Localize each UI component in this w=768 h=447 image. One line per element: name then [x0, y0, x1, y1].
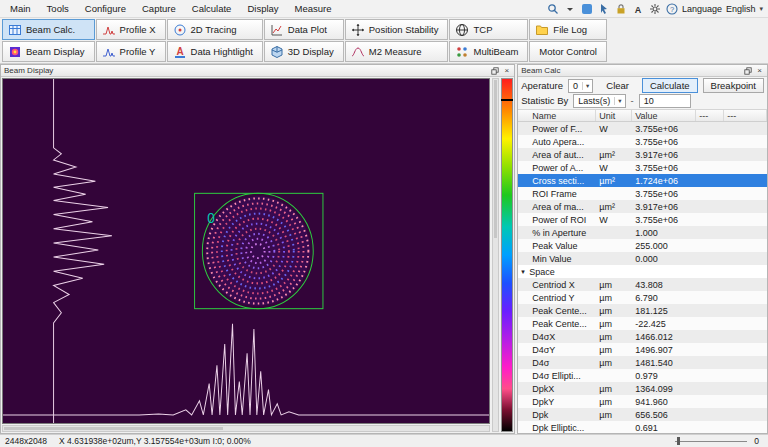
menu-capture[interactable]: Capture — [134, 1, 184, 16]
toolbar-button-tcp[interactable]: TCP — [449, 19, 528, 40]
collapse-arrow-icon[interactable]: ▾ — [518, 268, 529, 276]
menu-configure[interactable]: Configure — [77, 1, 134, 16]
toolbar-button-profile-y[interactable]: Profile Y — [96, 41, 166, 62]
table-row[interactable]: Cross secti...µm²1.724e+06 — [518, 174, 767, 187]
close-icon[interactable]: × — [502, 66, 511, 75]
cell-name: Peak Cente... — [518, 306, 596, 316]
swatch-icon[interactable] — [580, 2, 594, 16]
table-row[interactable]: Power of ROIW3.755e+06 — [518, 213, 767, 226]
table-row[interactable]: DpkYµm941.960 — [518, 395, 767, 408]
toolbar-button-motor-control[interactable]: Motor Control — [529, 41, 607, 62]
menu-tools[interactable]: Tools — [39, 1, 77, 16]
table-row[interactable]: Min Value0.000 — [518, 252, 767, 265]
close-icon[interactable]: × — [755, 66, 764, 75]
toolbar-button-2d-tracing[interactable]: 2D Tracing — [167, 19, 263, 40]
pointer-icon[interactable] — [597, 2, 611, 16]
table-row[interactable]: ROI Frame3.755e+06 — [518, 187, 767, 200]
table-row[interactable]: Area of ma...µm²3.917e+06 — [518, 200, 767, 213]
table-row[interactable]: Dpk Elliptic...0.691 — [518, 421, 767, 433]
toolbar-button-label: Profile Y — [120, 46, 156, 57]
table-row[interactable]: Power of A...W3.755e+06 — [518, 161, 767, 174]
breakpoint-button[interactable]: Breakpoint — [703, 78, 764, 93]
font-icon[interactable]: A — [631, 2, 645, 16]
table-row[interactable]: D4σµm1481.540 — [518, 356, 767, 369]
statistic-value-input[interactable]: 10 — [639, 94, 691, 108]
table-row[interactable]: D4σ Ellipti...0.979 — [518, 369, 767, 382]
cell-unit: µm — [596, 332, 632, 342]
column-header-value[interactable]: Value — [632, 110, 696, 121]
cell-name: Centriod X — [518, 280, 596, 290]
table-row[interactable]: Dpkµm656.506 — [518, 408, 767, 421]
table-row[interactable]: Peak Cente...µm-22.425 — [518, 317, 767, 330]
table-row[interactable]: % in Aperture1.000 — [518, 226, 767, 239]
toolbar-button-data-hightlight[interactable]: AData Hightlight — [167, 41, 263, 62]
table-row[interactable]: D4σYµm1496.907 — [518, 343, 767, 356]
column-header-extra1[interactable]: --- — [696, 110, 724, 121]
calculate-button[interactable]: Calculate — [642, 78, 698, 93]
beam-display-body: 0 — [1, 77, 514, 433]
column-header-name[interactable]: Name — [518, 110, 596, 121]
cell-name: Peak Value — [518, 241, 596, 251]
toolbar-button-file-log[interactable]: File Log — [529, 19, 607, 40]
column-header-extra2[interactable]: --- — [724, 110, 767, 121]
toolbar-button-beam-calc[interactable]: Beam Calc. — [2, 19, 95, 40]
table-row[interactable]: Auto Apera...3.755e+06 — [518, 135, 767, 148]
beam-calc-panel-header[interactable]: Beam Calc × — [518, 65, 767, 77]
dropdown-arrow-icon[interactable] — [563, 2, 577, 16]
hscroll-thumb[interactable] — [4, 427, 223, 430]
cell-value: 3.917e+06 — [632, 150, 696, 160]
aperture-combobox[interactable]: 0 ▾ — [568, 79, 593, 93]
table-row[interactable]: DpkXµm1364.099 — [518, 382, 767, 395]
column-header-unit[interactable]: Unit — [596, 110, 632, 121]
search-icon[interactable] — [546, 2, 560, 16]
table-row[interactable]: D4σXµm1466.012 — [518, 330, 767, 343]
beam-calc-panel-title: Beam Calc — [521, 66, 560, 75]
float-window-icon[interactable] — [743, 66, 752, 75]
toolbar-button-beam-display[interactable]: Beam Display — [2, 41, 95, 62]
table-row[interactable]: Peak Value255.000 — [518, 239, 767, 252]
cell-value: 656.506 — [632, 410, 696, 420]
status-slider[interactable] — [675, 437, 747, 445]
cell-unit: µm — [596, 345, 632, 355]
beam-image-canvas[interactable]: 0 — [2, 78, 490, 424]
file-log-icon — [535, 23, 549, 37]
cell-unit: W — [596, 163, 632, 173]
float-window-icon[interactable] — [490, 66, 499, 75]
table-row[interactable]: Area of aut...µm²3.917e+06 — [518, 148, 767, 161]
menu-measure[interactable]: Measure — [287, 1, 340, 16]
gear-icon[interactable] — [648, 2, 662, 16]
beam-horizontal-scrollbar[interactable] — [2, 425, 490, 432]
colorbar-level-marker[interactable] — [501, 99, 513, 101]
cell-value: 1.000 — [632, 228, 696, 238]
statistic-mode-combobox[interactable]: Lasts(s) ▾ — [573, 94, 625, 108]
vscroll-thumb[interactable] — [494, 80, 497, 238]
toolbar-button-data-plot[interactable]: Data Plot — [264, 19, 344, 40]
table-row[interactable]: Centriod Xµm43.808 — [518, 278, 767, 291]
application-window: MainToolsConfigureCaptureCalculateDispla… — [0, 0, 768, 447]
toolbar-button-multibeam[interactable]: MultiBeam — [449, 41, 528, 62]
help-icon[interactable]: ? — [665, 2, 679, 16]
toolbar-button-position-stability[interactable]: Position Stability — [345, 19, 449, 40]
cell-value: 0.000 — [632, 254, 696, 264]
menu-display[interactable]: Display — [239, 1, 286, 16]
beam-display-panel-header[interactable]: Beam Display × — [1, 65, 514, 77]
clear-button[interactable]: Clear — [598, 78, 637, 93]
table-row[interactable]: Power of F...W3.755e+06 — [518, 122, 767, 135]
language-selector[interactable]: Language English ▾ — [682, 4, 763, 14]
beam-vertical-scrollbar[interactable] — [492, 78, 499, 432]
cell-name: Area of ma... — [518, 202, 596, 212]
intensity-colorbar[interactable] — [501, 78, 513, 432]
table-row[interactable]: Centriod Yµm6.790 — [518, 291, 767, 304]
results-table-header[interactable]: Name Unit Value --- --- — [518, 110, 767, 122]
toolbar-button-m2-measure[interactable]: M2 Measure — [345, 41, 449, 62]
cell-name: DpkX — [518, 384, 596, 394]
table-row[interactable]: Peak Cente...µm181.125 — [518, 304, 767, 317]
menu-main[interactable]: Main — [2, 1, 39, 16]
table-group-row-space[interactable]: ▾Space — [518, 265, 767, 278]
lock-icon[interactable] — [614, 2, 628, 16]
menu-calculate[interactable]: Calculate — [184, 1, 240, 16]
status-slider-thumb[interactable] — [677, 437, 680, 445]
toolbar-button-3d-display[interactable]: 3D Display — [264, 41, 344, 62]
svg-text:A: A — [635, 4, 642, 14]
toolbar-button-profile-x[interactable]: Profile X — [96, 19, 166, 40]
